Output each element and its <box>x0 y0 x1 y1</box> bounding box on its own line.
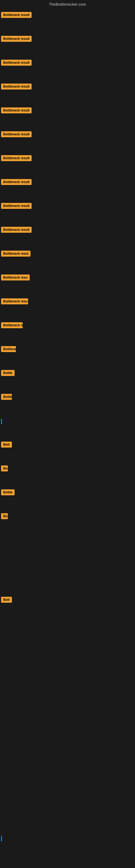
page-wrapper: TheBottlenecker.com Bottleneck result Bo… <box>0 0 135 868</box>
result-row-17: Bottlenec <box>0 390 135 413</box>
result-row-1: Bottleneck result <box>0 8 135 31</box>
empty-space-1 <box>0 533 135 592</box>
result-row-4: Bottleneck result <box>0 79 135 103</box>
result-row-22: Bo <box>0 509 135 533</box>
result-row-final <box>0 833 135 847</box>
bottleneck-badge-16[interactable]: Bottle <box>1 370 14 376</box>
bottleneck-badge-3[interactable]: Bottleneck result <box>1 60 32 66</box>
result-row-2: Bottleneck result <box>0 31 135 55</box>
result-row-10: Bottleneck result <box>0 222 135 246</box>
bottleneck-badge-6[interactable]: Bottleneck result <box>1 131 32 137</box>
bottleneck-badge-11[interactable]: Bottleneck resul <box>1 251 31 257</box>
result-row-5: Bottleneck result <box>0 103 135 127</box>
result-row-11: Bottleneck resul <box>0 246 135 270</box>
bottleneck-badge-20[interactable]: Bo <box>1 465 8 471</box>
result-row-19: Bott <box>0 437 135 461</box>
result-row-9: Bottleneck result <box>0 198 135 222</box>
bottleneck-badge-12[interactable]: Bottleneck resu <box>1 275 30 280</box>
site-title: TheBottlenecker.com <box>0 0 135 8</box>
bottleneck-badge-15[interactable]: Bottleneck <box>1 346 16 352</box>
bottleneck-badge-8[interactable]: Bottleneck result <box>1 179 32 185</box>
result-row-8: Bottleneck result <box>0 175 135 198</box>
bottleneck-badge-1[interactable]: Bottleneck result <box>1 12 32 18</box>
result-row-6: Bottleneck result <box>0 127 135 151</box>
result-row-7: Bottleneck result <box>0 151 135 175</box>
result-row-16: Bottle <box>0 366 135 390</box>
text-cursor-2 <box>1 836 2 841</box>
empty-space-2 <box>0 616 135 833</box>
bottleneck-badge-10[interactable]: Bottleneck result <box>1 227 32 233</box>
result-row-12: Bottleneck resu <box>0 270 135 294</box>
bottleneck-badge-22[interactable]: Bo <box>1 513 8 519</box>
bottleneck-badge-23[interactable]: Bott <box>1 597 12 603</box>
result-row-23: Bott <box>0 592 135 616</box>
result-row-15: Bottleneck <box>0 342 135 366</box>
bottleneck-badge-19[interactable]: Bott <box>1 442 12 447</box>
bottleneck-badge-5[interactable]: Bottleneck result <box>1 107 32 113</box>
bottleneck-badge-14[interactable]: Bottleneck res <box>1 322 23 328</box>
text-cursor-1 <box>1 419 2 424</box>
bottleneck-badge-2[interactable]: Bottleneck result <box>1 36 32 42</box>
result-row-20: Bo <box>0 461 135 485</box>
result-row-18 <box>0 413 135 437</box>
bottleneck-badge-9[interactable]: Bottleneck result <box>1 203 32 209</box>
bottleneck-badge-13[interactable]: Bottleneck resu <box>1 299 28 304</box>
result-row-14: Bottleneck res <box>0 318 135 342</box>
bottleneck-badge-7[interactable]: Bottleneck result <box>1 155 32 161</box>
result-row-3: Bottleneck result <box>0 55 135 79</box>
result-row-21: Bottle <box>0 485 135 509</box>
bottleneck-badge-4[interactable]: Bottleneck result <box>1 84 32 90</box>
bottleneck-badge-21[interactable]: Bottle <box>1 489 14 495</box>
bottleneck-badge-17[interactable]: Bottlenec <box>1 394 12 400</box>
result-row-13: Bottleneck resu <box>0 294 135 318</box>
